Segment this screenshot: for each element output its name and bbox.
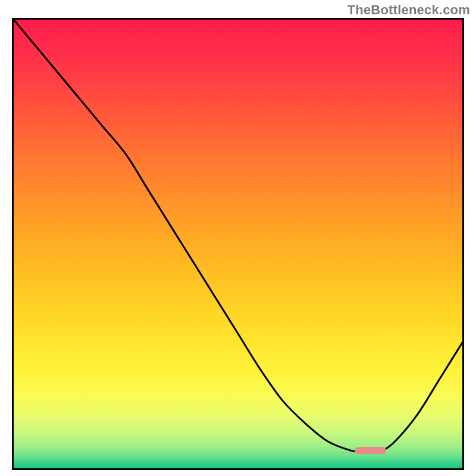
chart-container: TheBottleneck.com (0, 0, 476, 476)
plot-area (12, 18, 464, 470)
attribution-text: TheBottleneck.com (347, 2, 470, 18)
bottleneck-curve (14, 20, 462, 468)
optimal-range-marker (355, 447, 386, 454)
curve-path (14, 20, 462, 453)
